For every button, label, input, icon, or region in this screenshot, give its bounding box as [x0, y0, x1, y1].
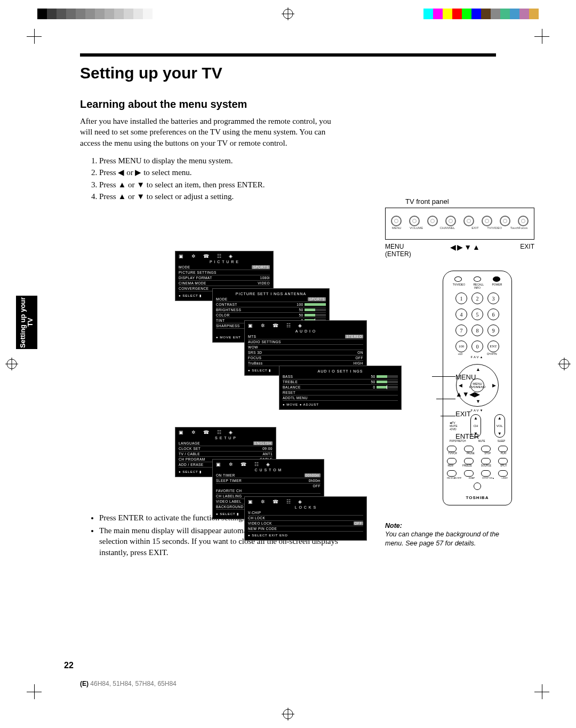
page-content: Setting up your TV Learning about the me…: [80, 53, 496, 560]
tv-front-panel: MENU VOLUME CHANNEL EXIT TV/VIDEO TouchF…: [385, 208, 534, 240]
remote-ent-button: ENT: [487, 341, 499, 352]
panel-touchfocus-button: [518, 216, 529, 226]
remote-mini-button: [481, 470, 491, 477]
remote-mini-button: [498, 458, 508, 464]
remote-recall-button: [474, 276, 481, 282]
steps-list: Press MENU to display the menu system. P…: [99, 155, 345, 203]
section-heading: Learning about the menu system: [80, 98, 496, 110]
remote-num-1: 1: [455, 292, 467, 304]
registration-mark-icon: [282, 7, 294, 20]
panel-vol-up-button: [427, 216, 438, 226]
remote-brand-label: TOSHIBA: [443, 495, 511, 500]
tv-front-panel-label: TV front panel: [405, 197, 576, 205]
remote-record-button: [474, 482, 481, 490]
tv-panel-callouts: MENU (ENTER) ◀▶▼▲ EXIT: [385, 243, 534, 258]
remote-num-7: 7: [455, 325, 467, 336]
remote-num-2: 2: [471, 292, 483, 304]
page-title: Setting up your TV: [80, 64, 496, 82]
panel-ch-up-button: [463, 216, 474, 226]
remote-num-3: 3: [487, 292, 499, 304]
panel-ch-down-button: [445, 216, 456, 226]
calibration-bar-right: [423, 9, 539, 19]
callout-arrows-remote: ▲▼◀▶: [455, 390, 480, 399]
crop-mark-icon: [534, 29, 549, 44]
note-text: You can change the background of the men…: [385, 531, 499, 547]
remote-vol-rocker: ▲VOL▼: [494, 414, 505, 438]
remote-tvvideo-button: [454, 276, 462, 282]
remote-num-6: 6: [487, 308, 499, 320]
step-2: Press ◀ or ▶ to select menu.: [99, 167, 345, 179]
callout-arrows: ◀▶▼▲: [450, 243, 481, 258]
callout-exit-remote: EXIT: [455, 410, 480, 418]
remote-num-4: 4: [455, 308, 467, 320]
panel-vol-down-button: [409, 216, 420, 226]
step-1: Press MENU to display the menu system.: [99, 155, 345, 167]
step-3: Press ▲ or ▼ to select an item, then pre…: [99, 179, 345, 191]
osd-locks: ▣ ✲ ☎ ☷ ◈ L O C K S V-CHIP CH LOCK VIDEO…: [244, 496, 367, 541]
registration-mark-icon: [5, 358, 18, 370]
crop-mark-icon: [27, 684, 42, 699]
remote-num-0: 0: [471, 341, 483, 352]
remote-mini-button: [464, 458, 474, 464]
callout-exit: EXIT: [520, 243, 534, 258]
remote-mini-button: [447, 458, 457, 464]
intro-paragraph: After you have installed the batteries a…: [80, 116, 336, 148]
step-4: Press ▲ or ▼ to select or adjust a setti…: [99, 191, 345, 203]
remote-mini-button: [464, 470, 474, 477]
page-number: 22: [64, 661, 74, 670]
remote-num-100: 100: [455, 341, 467, 352]
remote-num-5: 5: [471, 308, 483, 320]
leader-line: [436, 399, 455, 399]
remote-mini-button: [447, 470, 457, 477]
remote-num-9: 9: [487, 325, 499, 336]
leader-line: [441, 416, 455, 416]
note-label: Note:: [385, 522, 402, 529]
crop-mark-icon: [534, 684, 549, 699]
figure-column: TV front panel MENU VOLUME CHANNEL EXIT …: [379, 197, 576, 548]
osd-title: P I C T U R E: [179, 260, 270, 264]
registration-mark-icon: [282, 708, 294, 721]
remote-num-8: 8: [471, 325, 483, 336]
panel-menu-button: [391, 216, 402, 226]
dpad-right-icon: ▶: [492, 383, 496, 388]
remote-mini-button: [498, 446, 508, 452]
callout-enter-remote: ENTER: [455, 432, 480, 441]
osd-menu-figure: ▣ ✲ ☎ ☷ ◈ P I C T U R E MODESPORTS PICTU…: [175, 246, 399, 555]
section-tab: Setting up your TV: [16, 296, 37, 349]
remote-power-button: [493, 276, 500, 282]
note-block: Note: You can change the background of t…: [385, 521, 513, 548]
remote-mini-button: [481, 458, 491, 464]
osd-icon-row: ▣ ✲ ☎ ☷ ◈: [179, 254, 270, 259]
footer-models: (E) 46H84, 51H84, 57H84, 65H84: [80, 680, 177, 687]
remote-callouts: MENU ▲▼◀▶ EXIT ENTER: [455, 356, 480, 454]
remote-numpad: 1 2 3 4 5 6 7 8 9 100 0 ENT: [443, 292, 511, 352]
callout-menu-enter: MENU (ENTER): [385, 243, 411, 258]
panel-exit-button: [482, 216, 492, 226]
remote-mini-button: [481, 446, 491, 452]
calibration-bar-left: [37, 9, 153, 19]
heading-rule: [80, 53, 496, 57]
callout-menu: MENU: [455, 373, 480, 382]
leader-line: [432, 376, 455, 377]
crop-mark-icon: [27, 29, 42, 44]
remote-mini-button: [498, 470, 508, 477]
panel-tvvideo-button: [500, 216, 510, 226]
